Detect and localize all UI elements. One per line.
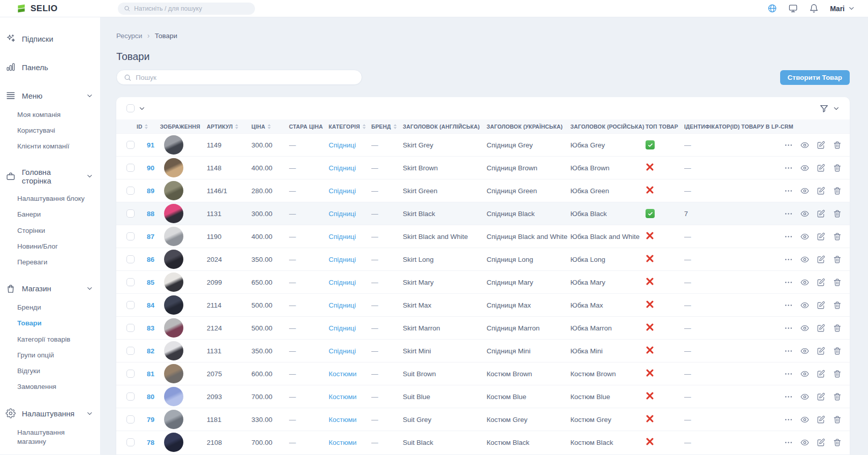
edit-button[interactable] [817,415,825,424]
product-category-link[interactable]: Костюми [329,370,357,378]
delete-button[interactable] [833,209,842,218]
product-image[interactable] [164,272,183,292]
view-button[interactable] [800,415,809,424]
sidebar-subitem-option-groups[interactable]: Групи опцій [5,347,96,363]
product-category-link[interactable]: Спідниці [329,301,356,309]
edit-button[interactable] [817,255,825,264]
product-id-link[interactable]: 88 [147,210,154,218]
product-category-link[interactable]: Спідниці [329,233,356,240]
delete-button[interactable] [833,164,842,172]
more-button[interactable] [784,141,793,149]
view-button[interactable] [800,232,809,241]
monitor-icon[interactable] [788,4,798,13]
product-image[interactable] [164,433,183,452]
product-image[interactable] [164,135,183,155]
more-button[interactable] [784,164,793,172]
sidebar-item-dashboard[interactable]: Панель [5,57,96,77]
delete-button[interactable] [833,438,842,447]
delete-button[interactable] [833,278,842,287]
product-category-link[interactable]: Спідниці [329,187,356,195]
globe-icon[interactable] [767,4,777,13]
product-id-link[interactable]: 82 [147,347,154,355]
product-image[interactable] [164,250,183,269]
product-category-link[interactable]: Спідниці [329,279,356,286]
more-button[interactable] [784,347,793,355]
table-search-input[interactable] [136,74,355,81]
row-checkbox[interactable] [126,141,135,149]
sidebar-subitem-users[interactable]: Користувачі [5,123,96,138]
sidebar-subitem-brands[interactable]: Бренди [5,300,96,316]
more-button[interactable] [784,324,793,332]
sort-carets-icon[interactable] [268,124,271,129]
edit-button[interactable] [817,438,825,447]
product-id-link[interactable]: 84 [147,301,154,309]
select-all-checkbox[interactable] [126,104,135,112]
more-button[interactable] [784,392,793,401]
view-button[interactable] [800,324,809,332]
product-id-link[interactable]: 81 [147,370,154,378]
delete-button[interactable] [833,324,842,332]
sidebar-item-shop[interactable]: Магазин [5,279,96,299]
view-button[interactable] [800,347,809,355]
delete-button[interactable] [833,187,842,195]
sort-carets-icon[interactable] [145,124,148,129]
sidebar-item-menu[interactable]: Меню [5,85,96,106]
edit-button[interactable] [817,347,825,355]
row-checkbox[interactable] [126,209,135,218]
sidebar-subitem-shop-settings[interactable]: Налаштування магазину [5,424,96,449]
row-checkbox[interactable] [126,370,135,378]
bell-icon[interactable] [809,4,819,13]
more-button[interactable] [784,255,793,264]
delete-button[interactable] [833,232,842,241]
more-button[interactable] [784,187,793,195]
sidebar-subitem-banners[interactable]: Банери [5,207,96,223]
sidebar-subitem-pages[interactable]: Сторінки [5,223,96,238]
edit-button[interactable] [817,392,825,401]
delete-button[interactable] [833,392,842,401]
column-header-3[interactable]: ЦІНА [251,124,289,130]
row-checkbox[interactable] [126,232,135,240]
edit-button[interactable] [817,141,825,149]
product-category-link[interactable]: Костюми [329,393,357,401]
product-id-link[interactable]: 86 [147,256,154,263]
product-image[interactable] [164,387,183,406]
sidebar-subitem-color-settings[interactable]: Налаштування кольору [5,450,96,455]
row-checkbox[interactable] [126,278,135,286]
view-button[interactable] [800,278,809,287]
sidebar-item-settings[interactable]: Налаштування [5,403,96,423]
delete-button[interactable] [833,347,842,355]
product-category-link[interactable]: Костюми [329,439,357,446]
product-category-link[interactable]: Спідниці [329,210,356,218]
more-button[interactable] [784,438,793,447]
product-image[interactable] [164,227,183,246]
filter-chevron-icon[interactable] [833,105,840,112]
product-id-link[interactable]: 90 [147,164,154,172]
global-search[interactable] [118,3,255,15]
product-image[interactable] [164,341,183,360]
edit-button[interactable] [817,232,825,241]
product-category-link[interactable]: Спідниці [329,347,356,355]
edit-button[interactable] [817,187,825,195]
product-id-link[interactable]: 78 [147,439,154,446]
sidebar-subitem-company-clients[interactable]: Клієнти компанії [5,138,96,154]
row-checkbox[interactable] [126,301,135,309]
sidebar-subitem-advantages[interactable]: Переваги [5,255,96,270]
product-image[interactable] [164,364,183,383]
sidebar-subitem-orders[interactable]: Замовлення [5,379,96,395]
table-search[interactable] [116,70,362,85]
product-image[interactable] [164,158,183,177]
column-header-6[interactable]: БРЕНД [371,124,403,130]
product-category-link[interactable]: Спідниці [329,324,356,332]
user-menu[interactable]: Mari [830,5,855,13]
more-button[interactable] [784,278,793,287]
create-product-button[interactable]: Створити Товар [780,70,850,85]
more-button[interactable] [784,301,793,310]
view-button[interactable] [800,209,809,218]
row-checkbox[interactable] [126,324,135,332]
product-image[interactable] [164,318,183,338]
product-id-link[interactable]: 83 [147,324,154,332]
edit-button[interactable] [817,209,825,218]
view-button[interactable] [800,164,809,172]
sort-carets-icon[interactable] [363,124,366,129]
breadcrumb-resources[interactable]: Ресурси [116,32,142,40]
